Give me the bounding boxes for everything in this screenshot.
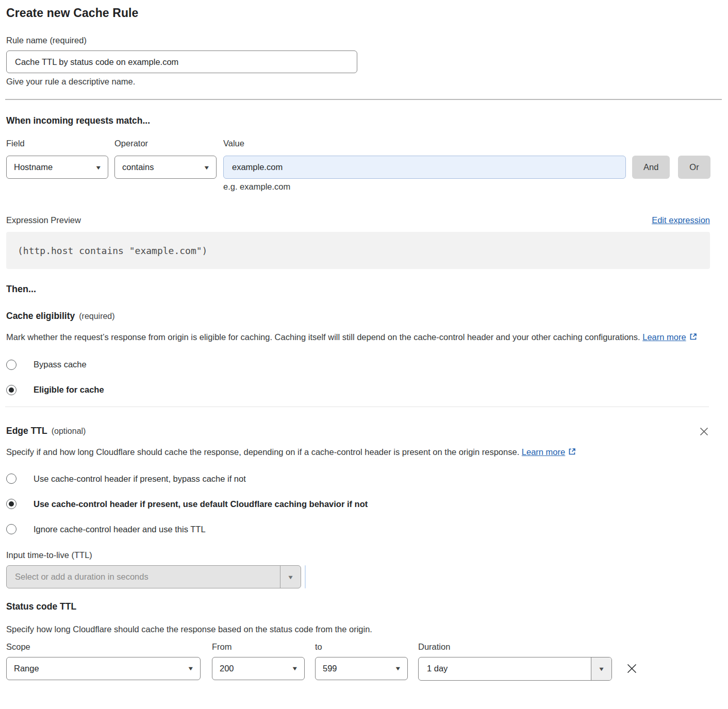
value-column: Value e.g. example.com <box>223 139 626 192</box>
edge-ttl-header-row: Edge TTL(optional) <box>6 426 710 437</box>
rule-name-label: Rule name (required) <box>6 36 722 45</box>
from-select-value: 200 <box>220 664 234 673</box>
duration-column: Duration 1 day ▼ <box>418 642 612 681</box>
radio-label: Bypass cache <box>34 360 87 369</box>
remove-status-code-ttl-button[interactable] <box>625 662 639 676</box>
radio-ignore-header-ttl[interactable]: Ignore cache-control header and use this… <box>6 524 722 534</box>
and-button[interactable]: And <box>632 156 670 179</box>
to-label: to <box>315 642 408 652</box>
from-select[interactable]: 200 ▼ <box>212 657 305 680</box>
radio-eligible-for-cache[interactable]: Eligible for cache <box>6 385 722 395</box>
section-divider <box>5 407 709 407</box>
duration-select[interactable]: 1 day ▼ <box>418 657 612 681</box>
radio-label: Use cache-control header if present, byp… <box>34 474 246 484</box>
expression-preview-header: Expression Preview Edit expression <box>6 215 710 225</box>
match-heading: When incoming requests match... <box>6 115 722 126</box>
operator-select-value: contains <box>122 162 154 172</box>
and-column: And <box>632 139 670 192</box>
value-input[interactable] <box>223 156 626 179</box>
create-cache-rule-form: Create new Cache Rule Rule name (require… <box>0 0 728 681</box>
scope-select[interactable]: Range ▼ <box>6 657 201 680</box>
ttl-select-placeholder: Select or add a duration in seconds <box>7 566 280 588</box>
or-button[interactable]: Or <box>678 156 710 179</box>
chevron-down-icon: ▼ <box>591 657 611 680</box>
then-heading: Then... <box>6 284 722 295</box>
optional-note: (optional) <box>52 427 86 435</box>
learn-more-link[interactable]: Learn more <box>642 332 686 342</box>
chevron-down-icon: ▼ <box>280 566 301 588</box>
field-select-value: Hostname <box>14 162 53 172</box>
radio-icon <box>6 385 16 395</box>
ttl-adjacent-divider <box>305 565 306 588</box>
cache-eligibility-heading: Cache eligibility(required) <box>6 311 722 322</box>
radio-icon <box>6 474 16 484</box>
cache-eligibility-description: Mark whether the request’s response from… <box>6 330 700 346</box>
rule-name-help: Give your rule a descriptive name. <box>6 77 722 87</box>
scope-column: Scope Range ▼ <box>6 642 201 680</box>
status-code-ttl-description: Specify how long Cloudflare should cache… <box>6 622 722 637</box>
expression-builder-row: Field Hostname ▼ Operator contains ▼ Val… <box>6 139 722 192</box>
to-select-value: 599 <box>323 664 337 673</box>
field-column: Field Hostname ▼ <box>6 139 108 192</box>
to-select[interactable]: 599 ▼ <box>315 657 408 680</box>
duration-select-value: 1 day <box>419 657 591 680</box>
operator-label: Operator <box>114 139 217 148</box>
from-column: From 200 ▼ <box>212 642 305 680</box>
field-label: Field <box>6 139 108 148</box>
operator-select[interactable]: contains ▼ <box>114 156 217 179</box>
required-note: (required) <box>79 312 114 320</box>
edge-ttl-description: Specify if and how long Cloudflare shoul… <box>6 445 578 461</box>
chevron-down-icon: ▼ <box>196 164 210 171</box>
learn-more-link[interactable]: Learn more <box>522 447 565 457</box>
page-title: Create new Cache Rule <box>6 6 722 20</box>
radio-icon <box>6 499 16 509</box>
radio-label: Ignore cache-control header and use this… <box>34 525 206 534</box>
radio-icon <box>6 360 16 370</box>
duration-label: Duration <box>418 642 612 652</box>
field-select[interactable]: Hostname ▼ <box>6 156 108 179</box>
ttl-duration-select[interactable]: Select or add a duration in seconds ▼ <box>6 565 301 588</box>
chevron-down-icon: ▼ <box>180 665 194 671</box>
radio-icon <box>6 524 16 534</box>
to-column: to 599 ▼ <box>315 642 408 680</box>
close-edge-ttl-button[interactable] <box>698 426 710 437</box>
section-divider <box>5 99 722 100</box>
radio-use-header-bypass[interactable]: Use cache-control header if present, byp… <box>6 474 722 484</box>
value-label: Value <box>223 139 626 148</box>
ttl-select-wrap: Select or add a duration in seconds ▼ <box>6 565 722 588</box>
external-link-icon <box>568 446 576 461</box>
radio-bypass-cache[interactable]: Bypass cache <box>6 360 722 370</box>
operator-column: Operator contains ▼ <box>114 139 217 192</box>
radio-label: Eligible for cache <box>34 385 104 395</box>
status-code-ttl-heading: Status code TTL <box>6 601 722 612</box>
radio-label: Use cache-control header if present, use… <box>34 499 368 509</box>
value-example-hint: e.g. example.com <box>223 182 626 192</box>
chevron-down-icon: ▼ <box>285 665 298 671</box>
expression-code: (http.host contains "example.com") <box>18 245 207 256</box>
edit-expression-link[interactable]: Edit expression <box>652 215 710 225</box>
external-link-icon <box>689 331 698 346</box>
expression-preview-code-block: (http.host contains "example.com") <box>6 232 710 269</box>
status-code-ttl-row: Scope Range ▼ From 200 ▼ to 599 ▼ Durati… <box>6 642 722 681</box>
expression-preview-label: Expression Preview <box>6 215 81 225</box>
chevron-down-icon: ▼ <box>88 164 102 171</box>
from-label: From <box>212 642 305 652</box>
rule-name-input[interactable] <box>6 50 357 73</box>
chevron-down-icon: ▼ <box>388 665 401 671</box>
scope-label: Scope <box>6 642 201 652</box>
scope-select-value: Range <box>14 664 39 673</box>
ttl-input-label: Input time-to-live (TTL) <box>6 550 722 560</box>
or-column: Or <box>678 139 710 192</box>
radio-use-header-default[interactable]: Use cache-control header if present, use… <box>6 499 722 509</box>
edge-ttl-heading: Edge TTL(optional) <box>6 426 86 436</box>
